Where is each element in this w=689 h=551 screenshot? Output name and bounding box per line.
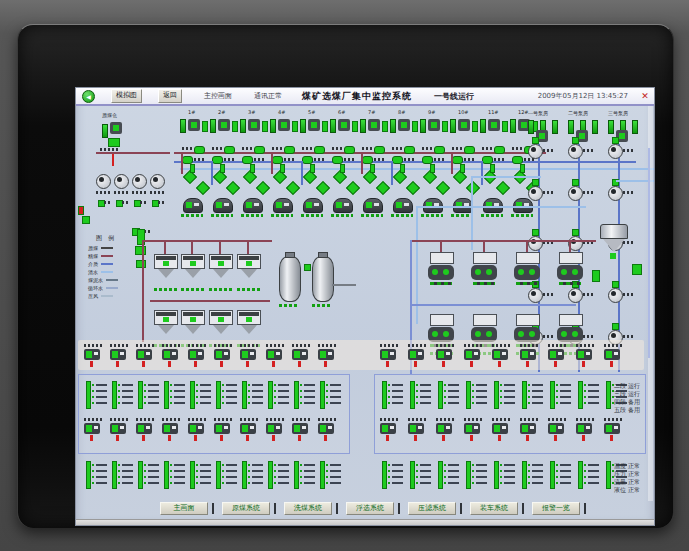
- device-unit: [318, 344, 338, 368]
- indicator-green: [592, 270, 600, 282]
- belt-text: [182, 147, 192, 150]
- indicator-green: [612, 137, 619, 144]
- legend-row: 原煤: [88, 244, 113, 251]
- device-unit: [84, 344, 104, 368]
- status-cluster: [112, 460, 134, 490]
- nav-button[interactable]: 浮选系统: [346, 502, 394, 515]
- transfer-drop: [481, 161, 483, 185]
- pipe: [332, 284, 356, 286]
- label-marks: [583, 191, 595, 194]
- indicator-green: [442, 121, 448, 132]
- legend-label: 精煤: [88, 253, 98, 259]
- indicator-green: [108, 138, 120, 147]
- drive-machine-icon: [368, 119, 380, 131]
- nav-separator: [336, 503, 338, 514]
- pump-icon: [114, 174, 129, 189]
- belt-status-pill: [404, 146, 415, 154]
- transfer-drop: [271, 152, 273, 174]
- belt-status-pill: [254, 146, 265, 154]
- device-unit: [436, 418, 456, 442]
- device-unit: [576, 418, 596, 442]
- status-cluster: [190, 460, 212, 490]
- device-unit: [110, 418, 130, 442]
- legend-row: 循环水: [88, 284, 118, 291]
- pump-icon: [528, 144, 543, 159]
- hopper-machine-icon: [237, 254, 261, 284]
- label-marks: [150, 191, 164, 194]
- belt-number: 6#: [338, 109, 345, 115]
- nav-separator: [274, 503, 276, 514]
- indicator-green: [310, 164, 315, 173]
- status-cluster: [382, 380, 404, 410]
- belt-text: [212, 147, 222, 150]
- close-icon[interactable]: ✕: [640, 91, 650, 101]
- nav-button[interactable]: 洗煤系统: [284, 502, 332, 515]
- belt-number: 3#: [248, 109, 255, 115]
- nav-separator: [212, 503, 214, 514]
- screen-right-margin: [648, 106, 653, 501]
- status-cluster: [410, 460, 432, 490]
- device-unit: [520, 418, 540, 442]
- belt-text: [404, 158, 415, 161]
- belt-status-pill: [464, 146, 475, 154]
- device-unit: [84, 418, 104, 442]
- drive-machine-icon: [188, 119, 200, 131]
- device-unit: [548, 418, 568, 442]
- side-note: 二段 运行: [614, 382, 640, 390]
- water-pipe: [471, 176, 541, 178]
- belt-text: [494, 158, 505, 161]
- nav-button[interactable]: 主画面: [160, 502, 208, 515]
- belt-indicator: [552, 120, 558, 134]
- drive-machine-icon: [488, 119, 500, 131]
- nav-button[interactable]: 装车系统: [470, 502, 518, 515]
- indicator-green: [412, 121, 418, 132]
- screen-bottom-strip: [76, 519, 654, 525]
- status-cluster: [294, 380, 316, 410]
- belt-indicator: [510, 119, 516, 133]
- legend-row: 清水: [88, 268, 113, 275]
- status-cluster: [550, 460, 572, 490]
- simulate-button[interactable]: 模拟图: [111, 89, 142, 103]
- label-marks: [132, 191, 146, 194]
- drive-machine-icon: [308, 119, 320, 131]
- process-diagram: 原煤仓1#2#3#4#5#6#7#8#9#10#11#12#一号泵房二号泵房三号…: [76, 104, 654, 525]
- belt-text: [302, 147, 312, 150]
- belt-text: [362, 147, 372, 150]
- belt-status-pill: [422, 156, 433, 164]
- status-cluster: [164, 460, 186, 490]
- belt-status-pill: [452, 156, 463, 164]
- machine-label: [154, 288, 178, 291]
- device-unit: [240, 344, 260, 368]
- indicator-green: [340, 164, 345, 173]
- device-unit: [492, 418, 512, 442]
- legend-row: 精煤: [88, 252, 113, 259]
- belt-status-pill: [242, 156, 253, 164]
- belt-number: 12#: [518, 109, 529, 115]
- belt-status-pill: [362, 156, 373, 164]
- transfer-drop: [361, 152, 363, 174]
- belt-status-pill: [212, 156, 223, 164]
- legend-label: 清水: [88, 269, 98, 275]
- device-unit: [266, 418, 286, 442]
- label-marks: [114, 191, 128, 194]
- nav-button[interactable]: 压滤系统: [408, 502, 456, 515]
- nav-button[interactable]: 原煤系统: [222, 502, 270, 515]
- legend-label: 原煤: [88, 245, 98, 251]
- label-marks: [623, 191, 635, 194]
- nav-button[interactable]: 报警一览: [532, 502, 580, 515]
- indicator-green: [572, 179, 579, 186]
- label-marks: [96, 191, 110, 194]
- label-marks: [543, 293, 555, 296]
- tank-icon: [279, 256, 301, 302]
- belt-indicator: [102, 124, 108, 138]
- back-icon[interactable]: ◀: [82, 90, 95, 103]
- return-button[interactable]: 返回: [158, 89, 182, 103]
- indicator-green: [370, 164, 375, 173]
- feeder-label: [451, 214, 473, 217]
- mill-machine-icon: [428, 252, 456, 288]
- feeder-icon: [393, 198, 413, 213]
- status-cluster: [320, 460, 342, 490]
- machine-icon: [110, 122, 122, 134]
- water-pipe: [416, 206, 586, 208]
- valve-diamond-icon: [466, 181, 480, 195]
